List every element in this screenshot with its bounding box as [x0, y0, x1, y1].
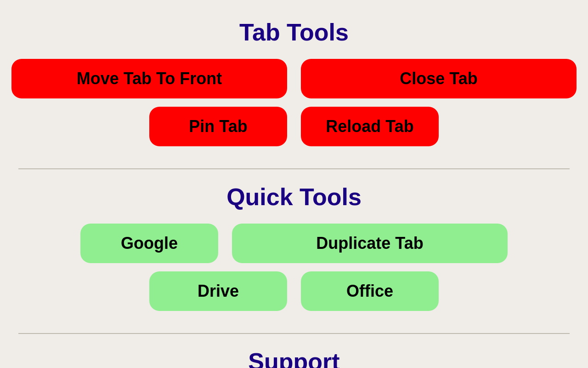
tab-tools-row-2: Pin Tab Reload Tab: [18, 107, 570, 146]
google-button[interactable]: Google: [80, 224, 218, 263]
duplicate-tab-button[interactable]: Duplicate Tab: [232, 224, 508, 263]
support-section: Support Help: [18, 339, 570, 368]
office-button[interactable]: Office: [301, 271, 439, 311]
support-title: Support: [248, 348, 339, 368]
reload-tab-button[interactable]: Reload Tab: [301, 107, 439, 146]
quick-tools-row-1: Google Duplicate Tab: [18, 224, 570, 263]
move-tab-to-front-button[interactable]: Move Tab To Front: [11, 59, 287, 98]
divider-1: [18, 168, 570, 169]
pin-tab-button[interactable]: Pin Tab: [149, 107, 287, 146]
drive-button[interactable]: Drive: [149, 271, 287, 311]
tab-tools-title: Tab Tools: [239, 18, 349, 46]
tab-tools-row-1: Move Tab To Front Close Tab: [18, 59, 570, 98]
quick-tools-title: Quick Tools: [226, 183, 362, 211]
tab-tools-section: Tab Tools Move Tab To Front Close Tab Pi…: [18, 9, 570, 164]
close-tab-button[interactable]: Close Tab: [301, 59, 577, 98]
divider-2: [18, 333, 570, 334]
quick-tools-row-2: Drive Office: [18, 271, 570, 311]
quick-tools-section: Quick Tools Google Duplicate Tab Drive O…: [18, 174, 570, 328]
